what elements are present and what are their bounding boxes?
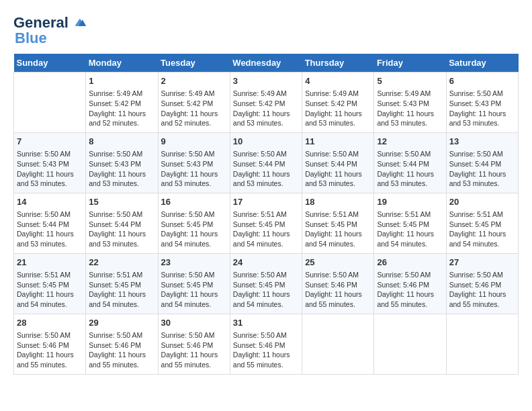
sunset-text: Sunset: 5:45 PM: [377, 220, 429, 228]
day-number: 25: [305, 257, 371, 269]
calendar-table: SundayMondayTuesdayWednesdayThursdayFrid…: [13, 54, 519, 375]
daylight-text: Daylight: 11 hours and 53 minutes.: [449, 170, 506, 188]
daylight-text: Daylight: 11 hours and 55 minutes.: [161, 351, 218, 369]
sunset-text: Sunset: 5:44 PM: [17, 220, 69, 228]
column-header-friday: Friday: [374, 54, 446, 73]
day-number: 4: [305, 75, 371, 87]
sunrise-text: Sunrise: 5:50 AM: [89, 331, 142, 339]
day-number: 17: [233, 196, 299, 208]
sunrise-text: Sunrise: 5:49 AM: [161, 89, 215, 97]
sunrise-text: Sunrise: 5:50 AM: [377, 150, 431, 158]
column-header-saturday: Saturday: [446, 54, 518, 73]
sunrise-text: Sunrise: 5:50 AM: [449, 150, 503, 158]
column-header-sunday: Sunday: [14, 54, 86, 73]
daylight-text: Daylight: 11 hours and 53 minutes.: [89, 230, 146, 248]
day-number: 16: [161, 196, 227, 208]
calendar-cell: 27Sunrise: 5:50 AMSunset: 5:46 PMDayligh…: [446, 253, 518, 314]
week-row-5: 28Sunrise: 5:50 AMSunset: 5:46 PMDayligh…: [14, 314, 519, 374]
day-number: 30: [161, 317, 227, 329]
sunset-text: Sunset: 5:46 PM: [89, 341, 141, 349]
daylight-text: Daylight: 11 hours and 55 minutes.: [89, 351, 146, 369]
calendar-cell: 29Sunrise: 5:50 AMSunset: 5:46 PMDayligh…: [86, 314, 158, 374]
sunset-text: Sunset: 5:44 PM: [89, 220, 141, 228]
sunrise-text: Sunrise: 5:49 AM: [233, 89, 287, 97]
day-number: 2: [161, 75, 227, 87]
sunset-text: Sunset: 5:46 PM: [161, 341, 214, 349]
column-header-monday: Monday: [86, 54, 158, 73]
sunrise-text: Sunrise: 5:50 AM: [449, 89, 503, 97]
column-header-wednesday: Wednesday: [230, 54, 302, 73]
sunrise-text: Sunrise: 5:50 AM: [377, 271, 431, 279]
calendar-cell: [14, 73, 86, 133]
calendar-cell: 7Sunrise: 5:50 AMSunset: 5:43 PMDaylight…: [14, 132, 86, 193]
sunset-text: Sunset: 5:45 PM: [89, 281, 141, 289]
sunrise-text: Sunrise: 5:50 AM: [89, 210, 142, 218]
day-number: 6: [449, 75, 515, 87]
sunrise-text: Sunrise: 5:51 AM: [17, 271, 71, 279]
sunset-text: Sunset: 5:43 PM: [377, 99, 429, 107]
logo-icon: [70, 13, 89, 32]
sunset-text: Sunset: 5:45 PM: [233, 281, 285, 289]
daylight-text: Daylight: 11 hours and 55 minutes.: [377, 290, 434, 308]
sunrise-text: Sunrise: 5:50 AM: [305, 271, 359, 279]
daylight-text: Daylight: 11 hours and 53 minutes.: [449, 109, 506, 128]
sunrise-text: Sunrise: 5:50 AM: [161, 150, 215, 158]
sunrise-text: Sunrise: 5:50 AM: [161, 331, 215, 339]
sunset-text: Sunset: 5:44 PM: [233, 160, 285, 168]
calendar-cell: 30Sunrise: 5:50 AMSunset: 5:46 PMDayligh…: [158, 314, 230, 374]
day-number: 8: [89, 136, 154, 148]
sunset-text: Sunset: 5:46 PM: [305, 281, 357, 289]
daylight-text: Daylight: 11 hours and 55 minutes.: [233, 351, 290, 369]
day-number: 24: [233, 257, 299, 269]
day-number: 21: [17, 257, 83, 269]
calendar-header-row: SundayMondayTuesdayWednesdayThursdayFrid…: [14, 54, 519, 73]
column-header-tuesday: Tuesday: [158, 54, 230, 73]
calendar-cell: 26Sunrise: 5:50 AMSunset: 5:46 PMDayligh…: [374, 253, 446, 314]
week-row-2: 7Sunrise: 5:50 AMSunset: 5:43 PMDaylight…: [14, 132, 519, 193]
sunset-text: Sunset: 5:42 PM: [233, 99, 285, 107]
page-header: General Blue: [13, 13, 519, 47]
sunset-text: Sunset: 5:43 PM: [17, 160, 69, 168]
logo: General Blue: [13, 13, 89, 47]
column-header-thursday: Thursday: [302, 54, 374, 73]
sunrise-text: Sunrise: 5:50 AM: [17, 331, 71, 339]
sunrise-text: Sunrise: 5:50 AM: [233, 271, 287, 279]
day-number: 31: [233, 317, 299, 329]
daylight-text: Daylight: 11 hours and 53 minutes.: [377, 170, 434, 188]
sunrise-text: Sunrise: 5:49 AM: [305, 89, 359, 97]
calendar-cell: 31Sunrise: 5:50 AMSunset: 5:46 PMDayligh…: [230, 314, 302, 374]
day-number: 10: [233, 136, 299, 148]
sunrise-text: Sunrise: 5:51 AM: [89, 271, 142, 279]
daylight-text: Daylight: 11 hours and 53 minutes.: [377, 109, 434, 128]
calendar-cell: 2Sunrise: 5:49 AMSunset: 5:42 PMDaylight…: [158, 73, 230, 133]
sunset-text: Sunset: 5:45 PM: [233, 220, 285, 228]
sunset-text: Sunset: 5:45 PM: [17, 281, 69, 289]
day-number: 12: [377, 136, 443, 148]
sunset-text: Sunset: 5:46 PM: [449, 281, 502, 289]
sunset-text: Sunset: 5:46 PM: [17, 341, 69, 349]
daylight-text: Daylight: 11 hours and 54 minutes.: [449, 230, 506, 248]
sunset-text: Sunset: 5:45 PM: [161, 281, 214, 289]
day-number: 27: [449, 257, 515, 269]
sunset-text: Sunset: 5:44 PM: [377, 160, 429, 168]
day-number: 20: [449, 196, 515, 208]
calendar-cell: 21Sunrise: 5:51 AMSunset: 5:45 PMDayligh…: [14, 253, 86, 314]
day-number: 26: [377, 257, 443, 269]
daylight-text: Daylight: 11 hours and 55 minutes.: [305, 290, 362, 308]
daylight-text: Daylight: 11 hours and 53 minutes.: [305, 170, 362, 188]
daylight-text: Daylight: 11 hours and 54 minutes.: [161, 290, 218, 308]
sunrise-text: Sunrise: 5:50 AM: [17, 210, 71, 218]
daylight-text: Daylight: 11 hours and 54 minutes.: [17, 290, 74, 308]
day-number: 11: [305, 136, 371, 148]
sunrise-text: Sunrise: 5:50 AM: [305, 150, 359, 158]
sunset-text: Sunset: 5:42 PM: [89, 99, 141, 107]
sunset-text: Sunset: 5:45 PM: [161, 220, 214, 228]
sunrise-text: Sunrise: 5:51 AM: [305, 210, 359, 218]
week-row-1: 1Sunrise: 5:49 AMSunset: 5:42 PMDaylight…: [14, 73, 519, 133]
sunrise-text: Sunrise: 5:51 AM: [449, 210, 503, 218]
calendar-cell: 17Sunrise: 5:51 AMSunset: 5:45 PMDayligh…: [230, 193, 302, 253]
calendar-cell: 12Sunrise: 5:50 AMSunset: 5:44 PMDayligh…: [374, 132, 446, 193]
sunset-text: Sunset: 5:42 PM: [161, 99, 214, 107]
day-number: 9: [161, 136, 227, 148]
calendar-cell: 6Sunrise: 5:50 AMSunset: 5:43 PMDaylight…: [446, 73, 518, 133]
